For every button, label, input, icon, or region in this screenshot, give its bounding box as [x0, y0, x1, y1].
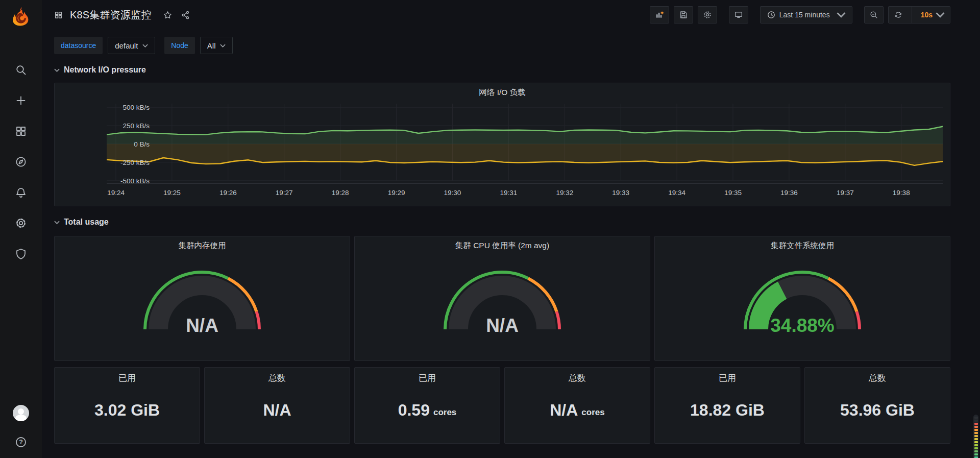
clock-icon	[767, 10, 776, 19]
search-icon[interactable]	[11, 62, 31, 78]
dashboard-grid-icon[interactable]	[54, 11, 63, 19]
stat-panel[interactable]: 已用0.59cores	[354, 367, 500, 444]
variable-label-datasource[interactable]: datasource	[54, 37, 103, 54]
variable-label-Node[interactable]: Node	[164, 37, 194, 54]
cog-icon[interactable]	[11, 215, 31, 231]
stat-label: 已用	[719, 368, 736, 384]
refresh-button-group: 10s	[888, 6, 950, 23]
x-axis-tick: 19:37	[837, 189, 854, 197]
refresh-icon	[894, 10, 903, 19]
stat-value: N/A	[263, 401, 291, 420]
gauge-row: 集群内存使用N/A集群 CPU 使用率 (2m avg)N/A集群文件系统使用3…	[54, 236, 950, 361]
x-axis-tick: 19:34	[668, 189, 685, 197]
grafana-logo[interactable]	[0, 0, 42, 33]
variable-selected: default	[115, 41, 138, 50]
stat-label: 总数	[569, 368, 586, 384]
variable-selected: All	[207, 41, 216, 50]
gauge: N/A	[138, 263, 266, 333]
help-icon[interactable]: ?	[11, 435, 31, 450]
stat-value-row: N/Acores	[550, 384, 604, 443]
stat-unit: cores	[433, 407, 456, 418]
avatar-body	[15, 415, 27, 421]
network-io-plot[interactable]: 500 kB/s250 kB/s0 B/s-250 kB/s-500 kB/s1…	[107, 103, 943, 185]
gauge-value: N/A	[438, 315, 567, 336]
x-axis-tick: 19:33	[612, 189, 629, 197]
strip-segment	[974, 441, 978, 443]
shield-icon[interactable]	[11, 246, 31, 261]
time-range-label: Last 15 minutes	[779, 11, 830, 19]
plus-icon[interactable]	[11, 93, 31, 108]
gauge-panel[interactable]: 集群文件系统使用34.88%	[654, 236, 950, 361]
chevron-down-icon	[837, 10, 846, 19]
user-avatar[interactable]	[13, 405, 29, 421]
row-title: Network I/O pressure	[64, 65, 146, 75]
variable-value-Node[interactable]: All	[200, 37, 233, 54]
y-axis-tick: 500 kB/s	[122, 104, 150, 111]
row-total-usage[interactable]: Total usage	[54, 218, 950, 227]
stat-value-row: 53.96 GiB	[840, 384, 915, 443]
x-axis-tick: 19:24	[107, 189, 125, 197]
row-title: Total usage	[64, 218, 109, 227]
save-dashboard-button[interactable]	[674, 6, 693, 23]
stat-panel[interactable]: 总数53.96 GiB	[804, 367, 950, 444]
refresh-interval-picker[interactable]: 10s	[916, 7, 950, 23]
strip-segment	[974, 417, 978, 419]
network-io-panel[interactable]: 网络 I/O 负载 500 kB/s250 kB/s0 B/s-250 kB/s…	[54, 83, 950, 206]
chevron-down-icon	[54, 68, 60, 72]
variable-datasource: datasourcedefault	[54, 37, 155, 54]
variable-value-datasource[interactable]: default	[108, 37, 155, 54]
refresh-button[interactable]	[889, 7, 908, 23]
edge-color-strip[interactable]	[973, 415, 978, 458]
strip-segment	[974, 444, 978, 446]
zoom-out-time-button[interactable]	[864, 6, 884, 23]
strip-segment	[974, 426, 978, 428]
x-axis-tick: 19:35	[724, 189, 742, 197]
refresh-divider	[912, 7, 912, 23]
stat-value: 0.59	[398, 401, 430, 420]
refresh-interval-label: 10s	[921, 11, 933, 19]
cycle-view-button[interactable]	[729, 6, 748, 23]
gauge-value: N/A	[138, 315, 266, 336]
share-icon[interactable]	[181, 10, 190, 20]
gauge-panel-title[interactable]: 集群内存使用	[55, 236, 350, 252]
gauge-panel[interactable]: 集群内存使用N/A	[54, 236, 350, 361]
stat-label: 已用	[419, 368, 436, 384]
save-icon	[679, 10, 688, 19]
dashboard-settings-button[interactable]	[698, 6, 717, 23]
dashboard-title[interactable]: K8S集群资源监控	[70, 8, 152, 22]
gauge-panel[interactable]: 集群 CPU 使用率 (2m avg)N/A	[354, 236, 650, 361]
time-range-picker[interactable]: Last 15 minutes	[760, 6, 852, 23]
row-network-io-pressure[interactable]: Network I/O pressure	[54, 65, 950, 75]
star-icon[interactable]	[163, 10, 173, 20]
stat-value: N/A	[550, 401, 578, 420]
apps-icon[interactable]	[11, 124, 31, 139]
strip-segment	[974, 447, 978, 449]
stat-value: 53.96 GiB	[840, 401, 915, 420]
stat-panel[interactable]: 已用3.02 GiB	[54, 367, 200, 444]
network-io-chart: 500 kB/s250 kB/s0 B/s-250 kB/s-500 kB/s1…	[60, 101, 945, 201]
sidebar-bottom: ?	[11, 405, 31, 458]
stat-panel[interactable]: 已用18.82 GiB	[654, 367, 800, 444]
stat-value-row: 0.59cores	[398, 384, 457, 443]
network-io-panel-title[interactable]: 网络 I/O 负载	[55, 83, 950, 99]
monitor-icon	[734, 10, 743, 19]
chevron-down-icon	[220, 44, 226, 47]
bell-icon[interactable]	[11, 185, 31, 200]
x-axis-tick: 19:30	[444, 189, 461, 197]
y-axis-tick: 250 kB/s	[122, 122, 150, 130]
stat-value-row: 3.02 GiB	[94, 384, 160, 443]
chevron-down-icon	[54, 221, 60, 224]
gauge-panel-title[interactable]: 集群 CPU 使用率 (2m avg)	[355, 236, 650, 252]
stat-panel[interactable]: 总数N/A	[204, 367, 350, 444]
stat-label: 已用	[118, 368, 136, 384]
zoom-out-icon	[869, 10, 878, 19]
gauge-value: 34.88%	[738, 315, 867, 336]
gauge-panel-title[interactable]: 集群文件系统使用	[655, 236, 950, 252]
add-panel-button[interactable]	[650, 6, 669, 23]
strip-segment	[974, 423, 978, 425]
stat-value-row: 18.82 GiB	[690, 384, 765, 443]
x-axis-tick: 19:32	[556, 189, 573, 197]
strip-segment	[974, 420, 978, 422]
compass-icon[interactable]	[11, 154, 31, 170]
stat-panel[interactable]: 总数N/Acores	[504, 367, 650, 444]
